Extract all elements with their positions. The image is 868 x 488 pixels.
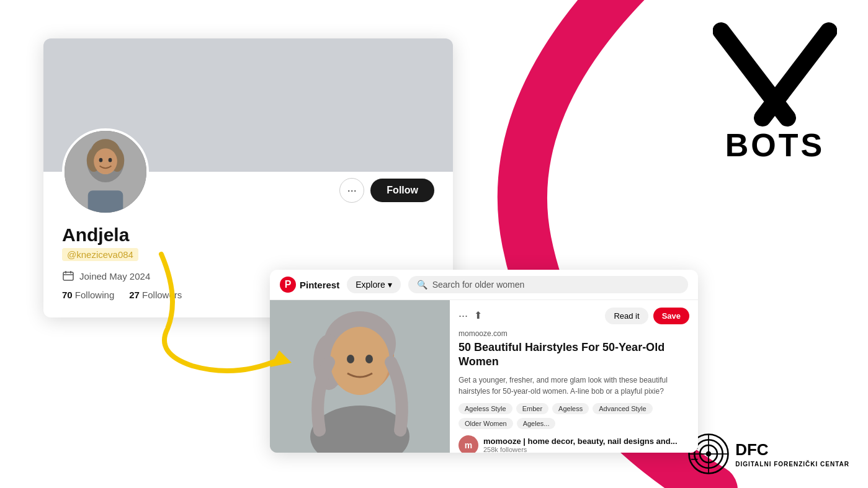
dfc-name: DFC bbox=[735, 440, 849, 461]
profile-avatar bbox=[62, 128, 149, 215]
search-icon: 🔍 bbox=[417, 280, 427, 290]
joined-text: Joined May 2024 bbox=[79, 271, 150, 282]
tag-older-women[interactable]: Older Women bbox=[459, 418, 513, 429]
svg-point-29 bbox=[365, 355, 373, 363]
tag-ageless-style[interactable]: Ageless Style bbox=[459, 403, 512, 414]
profile-handle: @kneziceva084 bbox=[62, 248, 138, 261]
article-content: ··· ⬆ Read it Save momooze.com 50 Beauti… bbox=[450, 300, 698, 453]
following-label: Following bbox=[75, 290, 114, 300]
tag-ember[interactable]: Ember bbox=[516, 403, 548, 414]
author-name: momooze | home decor, beauty, nail desig… bbox=[483, 437, 678, 446]
x-logo-icon bbox=[713, 19, 837, 130]
x-logo-area: BOTS bbox=[713, 19, 837, 164]
share-icon[interactable]: ⬆ bbox=[474, 309, 482, 322]
article-author: m momooze | home decor, beauty, nail des… bbox=[459, 435, 689, 453]
following-count: 70 bbox=[62, 290, 73, 300]
profile-name: Andjela bbox=[62, 224, 182, 246]
tag-ageless[interactable]: Ageless bbox=[552, 403, 589, 414]
tag-ageles-more[interactable]: Ageles... bbox=[517, 418, 556, 429]
svg-rect-17 bbox=[88, 190, 123, 213]
article-tags: Ageless Style Ember Ageless Advanced Sty… bbox=[459, 403, 689, 429]
article-top-actions: ··· ⬆ Read it Save bbox=[459, 308, 689, 324]
dfc-subtitle: DIGITALNI FORENZIČKI CENTAR bbox=[735, 460, 849, 468]
svg-point-28 bbox=[347, 355, 354, 363]
explore-label: Explore bbox=[356, 280, 385, 290]
article-description: Get a younger, fresher, and more glam lo… bbox=[459, 375, 689, 397]
explore-chevron-icon: ▾ bbox=[388, 280, 392, 290]
followers-count: 27 bbox=[129, 290, 140, 300]
svg-marker-22 bbox=[270, 350, 292, 367]
calendar-icon bbox=[62, 270, 74, 282]
curved-arrow bbox=[143, 248, 341, 384]
x-bots-label: BOTS bbox=[713, 126, 837, 164]
explore-button[interactable]: Explore ▾ bbox=[347, 276, 400, 293]
article-top-left: ··· ⬆ bbox=[459, 309, 482, 322]
more-options-button[interactable]: ··· bbox=[339, 178, 364, 203]
article-source: momooze.com bbox=[459, 329, 689, 338]
svg-rect-18 bbox=[63, 272, 73, 280]
svg-point-14 bbox=[94, 148, 117, 174]
follow-button[interactable]: Follow bbox=[370, 179, 434, 202]
svg-point-16 bbox=[109, 158, 112, 162]
profile-actions: ··· Follow bbox=[339, 178, 434, 203]
more-dots-icon[interactable]: ··· bbox=[459, 309, 468, 322]
dfc-logo-area: DFC DIGITALNI FORENZIČKI CENTAR bbox=[687, 432, 849, 476]
save-button[interactable]: Save bbox=[653, 308, 689, 324]
author-followers: 258k followers bbox=[483, 446, 678, 453]
author-avatar: m bbox=[459, 435, 478, 453]
article-title: 50 Beautiful Hairstyles For 50-Year-Old … bbox=[459, 340, 689, 370]
search-input: Search for older women bbox=[432, 280, 525, 290]
read-it-button[interactable]: Read it bbox=[605, 308, 648, 324]
dfc-text-block: DFC DIGITALNI FORENZIČKI CENTAR bbox=[735, 440, 849, 469]
author-info: momooze | home decor, beauty, nail desig… bbox=[483, 437, 678, 453]
tag-advanced-style[interactable]: Advanced Style bbox=[593, 403, 652, 414]
search-bar[interactable]: 🔍 Search for older women bbox=[408, 276, 688, 293]
svg-point-15 bbox=[99, 158, 103, 162]
